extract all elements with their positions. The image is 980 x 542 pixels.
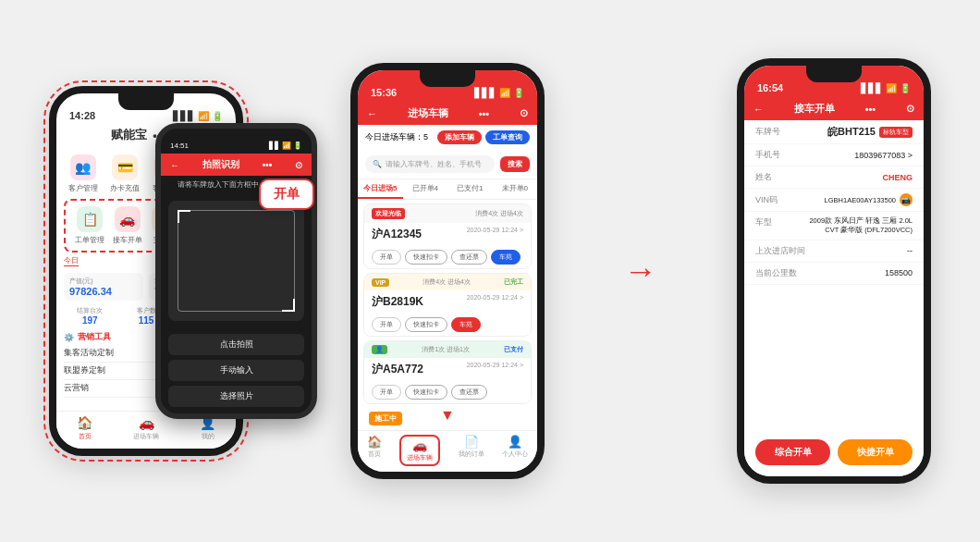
last-visit-label: 上次进店时间 — [755, 245, 805, 257]
last-visit-value: -- — [907, 246, 913, 255]
phone1-time: 14:28 — [69, 110, 95, 121]
today-tab[interactable]: 今日 — [64, 255, 79, 266]
stat-revenue: 产值(元) 97826.34 — [64, 273, 143, 301]
overlay-more-icon[interactable]: ••• — [263, 160, 273, 170]
tab-today[interactable]: 今日进场5 — [358, 179, 403, 199]
card1-body: 沪A12345 2020-05-29 12:24 > — [364, 223, 531, 246]
workorder-icon: 📋 — [77, 206, 103, 232]
p2-vehicles-label: 进场车辆 — [407, 453, 433, 462]
overlay-back-icon[interactable]: ← — [170, 160, 179, 170]
p2-nav-vehicles[interactable]: 🚗 进场车辆 — [399, 435, 440, 466]
card1-badge: 欢迎光临 — [372, 208, 405, 219]
vconsole-btn[interactable]: vConsole — [168, 415, 304, 419]
order-query-btn[interactable]: 工单查询 — [485, 130, 530, 144]
open-order-label: 开单 — [274, 186, 300, 201]
card2-status: 已完工 — [504, 277, 523, 287]
p2-back-icon[interactable]: ← — [367, 108, 377, 119]
add-vehicle-btn[interactable]: 添加车辆 — [437, 130, 482, 144]
phone3-title: 接车开单 — [794, 102, 835, 116]
p3-more-icon[interactable]: ••• — [865, 104, 876, 115]
vin-row: LGBH1AE00AY133500 📷 — [825, 193, 913, 206]
nav-workorder[interactable]: 📋 工单管理 — [73, 206, 107, 245]
p2-more-icon[interactable]: ••• — [479, 108, 490, 119]
p1-nav-me[interactable]: 👤 我的 — [200, 415, 215, 441]
home-icon: 🏠 — [77, 415, 92, 430]
nav-receive-label: 接车开单 — [113, 235, 142, 245]
wifi-icon: 📶 — [198, 111, 209, 121]
vehicle-card-2: VIP 消费4次 进场4次 已完工 沪B2819K 2020-05-29 12:… — [363, 273, 532, 337]
nav-receive-car[interactable]: 🚗 接车开单 — [111, 206, 145, 245]
tab-ordered[interactable]: 已开单4 — [403, 179, 448, 199]
card2-actions: 开单 快速扣卡 车苑 — [364, 314, 531, 336]
card1-time: 2020-05-29 12:24 > — [467, 227, 523, 242]
p2-nav-orders[interactable]: 📄 我的订单 — [459, 435, 484, 466]
card3-body: 沪A5A772 2020-05-29 12:24 > — [364, 358, 531, 381]
p3-settings-icon[interactable]: ⊙ — [906, 103, 914, 115]
field-last-visit: 上次进店时间 -- — [744, 240, 924, 263]
quick-order-btn[interactable]: 快捷开单 — [838, 439, 913, 465]
card1-deduct-btn[interactable]: 快速扣卡 — [405, 250, 447, 265]
field-model: 车型 2009款 东风日产 轩逸 三厢 2.0L CVT 豪华版 (DFL720… — [744, 212, 924, 240]
tab-unordered[interactable]: 未开单0 — [493, 179, 538, 199]
search-input-field[interactable]: 🔍 请输入车牌号、姓名、手机号 — [365, 155, 495, 173]
card3-ticket-btn[interactable]: 查还票 — [451, 385, 487, 400]
tab-paid[interactable]: 已支付1 — [447, 179, 493, 199]
card2-yard-btn[interactable]: 车苑 — [451, 317, 481, 332]
phone2-bottom-nav: 🏠 首页 🚗 进场车辆 📄 我的订单 👤 个人中心 — [358, 430, 537, 472]
camera-viewfinder — [168, 201, 304, 321]
search-button[interactable]: 搜索 — [500, 156, 530, 172]
search-icon: 🔍 — [373, 160, 382, 168]
p2-signal-icon: ▋▋▋ — [474, 88, 496, 98]
today-count-text: 今日进场车辆：5 — [365, 131, 428, 143]
phone3-header: ← 接车开单 ••• ⊙ — [744, 97, 924, 120]
field-vin: VIN码 LGBH1AE00AY133500 📷 — [744, 189, 924, 212]
overlay-close-icon[interactable]: ⊙ — [295, 160, 302, 170]
card1-ticket-btn[interactable]: 查还票 — [451, 250, 487, 265]
card1-yard-btn[interactable]: 车苑 — [491, 250, 521, 265]
field-phone[interactable]: 手机号 18039677083 > — [744, 144, 924, 166]
card1-open-btn[interactable]: 开单 — [372, 250, 401, 265]
p2-profile-label: 个人中心 — [502, 450, 528, 459]
manual-input-btn[interactable]: 手动输入 — [168, 360, 304, 381]
recharge-icon: 💳 — [112, 154, 138, 180]
field-plate: 车牌号 皖BHT215 标轨车型 — [744, 120, 924, 144]
p3-back-icon[interactable]: ← — [753, 104, 764, 115]
choose-photo-btn[interactable]: 选择照片 — [168, 386, 304, 407]
card3-badge: 👤 — [372, 345, 387, 354]
nav-customer[interactable]: 👥 客户管理 — [64, 154, 103, 193]
card2-deduct-btn[interactable]: 快速扣卡 — [405, 317, 447, 332]
card3-status: 已支付 — [504, 345, 523, 354]
p2-nav-profile[interactable]: 👤 个人中心 — [502, 435, 528, 466]
p2-nav-home[interactable]: 🏠 首页 — [367, 435, 382, 466]
mileage-value: 158500 — [885, 268, 913, 277]
p1-nav-me-label: 我的 — [202, 432, 214, 441]
p3-wifi-icon: 📶 — [886, 83, 897, 93]
card3-info: 消费1次 进场1次 — [422, 345, 470, 354]
phone2-status-bar: 15:36 ▋▋▋ 📶 🔋 — [358, 70, 537, 102]
receive-car-icon: 🚗 — [115, 206, 141, 232]
model-value: 2009款 东风日产 轩逸 三厢 2.0L CVT 豪华版 (DFL7200VC… — [802, 216, 913, 235]
p3-signal-icon: ▋▋▋ — [861, 83, 883, 93]
p2-battery-icon: 🔋 — [513, 88, 524, 98]
mini-settle-value: 197 — [64, 315, 116, 326]
card3-plate: 沪A5A772 — [372, 362, 423, 377]
take-photo-btn[interactable]: 点击拍照 — [168, 334, 304, 355]
card3-deduct-btn[interactable]: 快速扣卡 — [405, 385, 447, 400]
p2-settings-icon[interactable]: ⊙ — [520, 107, 528, 119]
p2-profile-icon: 👤 — [508, 435, 522, 449]
phone1-status-icons: ▋▋▋ 📶 🔋 — [173, 111, 223, 121]
nav-workorder-label: 工单管理 — [75, 235, 104, 245]
comprehensive-order-btn[interactable]: 综合开单 — [755, 439, 830, 465]
card3-time: 2020-05-29 12:24 > — [467, 362, 523, 377]
open-order-tooltip[interactable]: 开单 — [259, 179, 314, 210]
p1-nav-home[interactable]: 🏠 首页 — [77, 415, 92, 441]
camera-scan-icon[interactable]: 📷 — [900, 193, 913, 206]
p1-nav-vehicles[interactable]: 🚗 进场车辆 — [133, 415, 159, 441]
vin-label: VIN码 — [755, 194, 802, 206]
card3-open-btn[interactable]: 开单 — [372, 385, 401, 400]
nav-recharge[interactable]: 💳 办卡充值 — [106, 154, 145, 193]
phone2-header: ← 进场车辆 ••• ⊙ — [358, 102, 537, 125]
card2-open-btn[interactable]: 开单 — [372, 317, 401, 332]
card2-info: 消费4次 进场4次 — [423, 277, 471, 287]
p1-nav-home-label: 首页 — [79, 432, 92, 441]
